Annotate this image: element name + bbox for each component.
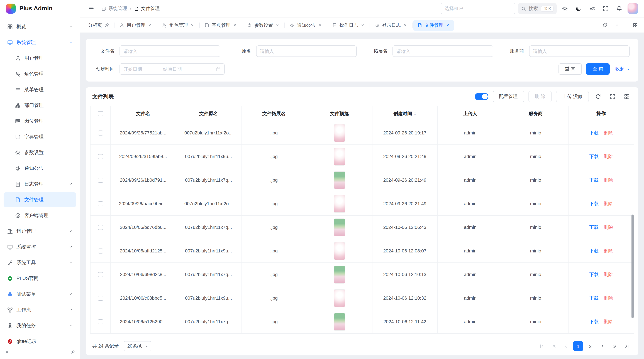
provider-input[interactable] (529, 45, 630, 57)
sidebar-item-tenant-management[interactable]: 租户管理 (4, 224, 76, 239)
sidebar-item-log-management[interactable]: 日志管理 (4, 177, 76, 191)
delete-link[interactable]: 删除 (604, 272, 613, 277)
start-date-input[interactable] (124, 66, 154, 72)
tab-dict-management[interactable]: 字典管理 (200, 20, 241, 30)
download-link[interactable]: 下载 (589, 272, 598, 277)
row-checkbox[interactable] (98, 249, 103, 254)
select-all-checkbox[interactable] (98, 111, 103, 116)
delete-link[interactable]: 删除 (604, 224, 613, 230)
tab-user-management[interactable]: 用户管理 (115, 20, 156, 30)
notifications-button[interactable] (614, 3, 625, 14)
sidebar-item-system-management[interactable]: 系统管理 (4, 35, 76, 50)
collapse-filters-link[interactable]: 收起 (616, 66, 630, 72)
sidebar-item-test-menu[interactable]: 测试菜单 (4, 287, 76, 302)
language-button[interactable] (587, 3, 598, 14)
col-create-time[interactable]: 创建时间▲▼ (372, 106, 438, 121)
dark-mode-button[interactable] (573, 3, 584, 14)
download-link[interactable]: 下载 (589, 154, 598, 159)
forward-5-pages-button[interactable] (610, 341, 620, 351)
page-1-button[interactable]: 1 (573, 341, 583, 351)
tenant-select[interactable]: 选择租户 (440, 3, 515, 14)
search-button[interactable]: 查 询 (586, 63, 610, 75)
sidebar-item-dict-management[interactable]: 字典管理 (4, 129, 76, 144)
sidebar-item-user-management[interactable]: 用户管理 (4, 51, 76, 65)
tab-analysis[interactable]: 分析页 (84, 20, 114, 30)
sidebar-pin-button[interactable] (71, 350, 75, 354)
reset-button[interactable]: 重 置 (558, 63, 582, 75)
back-5-pages-button[interactable] (549, 341, 559, 351)
upload-button[interactable]: 上传 没做 (556, 91, 589, 102)
delete-link[interactable]: 删除 (604, 319, 613, 324)
file-preview-image[interactable] (334, 313, 345, 331)
download-link[interactable]: 下载 (589, 177, 598, 183)
close-icon[interactable] (403, 23, 407, 27)
tab-role-management[interactable]: 角色管理 (158, 20, 198, 30)
original-name-input[interactable] (256, 45, 357, 57)
file-preview-image[interactable] (334, 242, 345, 260)
page-size-select[interactable]: 20条/页 ▾ (124, 341, 151, 351)
download-link[interactable]: 下载 (589, 201, 598, 206)
close-icon[interactable] (361, 23, 364, 27)
sidebar-item-department-management[interactable]: 部门管理 (4, 98, 76, 113)
delete-link[interactable]: 删除 (604, 177, 613, 183)
sidebar-item-gitee-record[interactable]: gitee记录 (4, 334, 76, 345)
file-preview-image[interactable] (334, 124, 345, 142)
tab-operation-log[interactable]: 操作日志 (328, 20, 369, 30)
row-checkbox[interactable] (98, 272, 103, 277)
settings-button[interactable] (560, 3, 570, 14)
sidebar-collapse-button[interactable] (5, 350, 9, 354)
end-date-input[interactable] (163, 66, 193, 72)
first-page-button[interactable] (537, 341, 547, 351)
sidebar-item-post-management[interactable]: 岗位管理 (4, 114, 76, 128)
row-checkbox[interactable] (98, 320, 103, 325)
tab-param-settings[interactable]: 参数设置 (243, 20, 284, 30)
file-preview-image[interactable] (334, 289, 345, 307)
sidebar-item-overview[interactable]: 概览 (4, 19, 76, 34)
global-search[interactable]: 搜索 ⌘ K (518, 3, 557, 14)
close-icon[interactable] (446, 23, 450, 27)
prev-page-button[interactable] (561, 341, 571, 351)
sidebar-item-system-monitor[interactable]: 系统监控 (4, 240, 76, 254)
row-checkbox[interactable] (98, 202, 103, 207)
table-scrollbar[interactable] (632, 214, 634, 318)
delete-link[interactable]: 删除 (604, 248, 613, 253)
refresh-list-button[interactable] (593, 91, 603, 101)
page-2-button[interactable]: 2 (585, 341, 595, 351)
tab-menu-button[interactable] (612, 20, 622, 30)
sidebar-item-param-settings[interactable]: 参数设置 (4, 145, 76, 160)
row-checkbox[interactable] (98, 131, 103, 136)
row-checkbox[interactable] (98, 296, 103, 301)
file-preview-image[interactable] (334, 147, 345, 165)
file-preview-image[interactable] (334, 195, 345, 213)
config-management-button[interactable]: 配置管理 (493, 91, 524, 102)
sidebar-item-workflow[interactable]: 工作流 (4, 303, 76, 317)
sidebar-item-system-tools[interactable]: 系统工具 (4, 255, 76, 270)
sidebar-item-file-management[interactable]: 文件管理 (4, 192, 76, 207)
layout-button[interactable] (630, 20, 640, 30)
row-checkbox[interactable] (98, 178, 103, 183)
file-preview-image[interactable] (334, 266, 345, 283)
breadcrumb-file-management[interactable]: 文件管理 (134, 5, 160, 12)
fullscreen-button[interactable] (600, 3, 611, 14)
sidebar-item-role-management[interactable]: 角色管理 (4, 66, 76, 81)
pin-icon[interactable] (104, 23, 109, 27)
sidebar-item-plus-website[interactable]: PLUS官网 (4, 271, 76, 286)
close-icon[interactable] (190, 23, 194, 27)
tab-login-log[interactable]: 登录日志 (371, 20, 412, 30)
sidebar-item-my-tasks[interactable]: 我的任务 (4, 318, 76, 333)
sidebar-toggle-button[interactable] (86, 3, 96, 14)
delete-button[interactable]: 删 除 (528, 91, 552, 102)
breadcrumb-system-management[interactable]: 系统管理 (102, 5, 127, 12)
row-checkbox[interactable] (98, 154, 103, 159)
tab-file-management[interactable]: 文件管理 (413, 20, 454, 30)
file-preview-image[interactable] (334, 218, 345, 236)
download-link[interactable]: 下载 (589, 224, 598, 230)
close-icon[interactable] (148, 23, 152, 27)
avatar[interactable] (628, 3, 638, 14)
delete-link[interactable]: 删除 (604, 201, 613, 206)
file-name-input[interactable] (120, 45, 220, 57)
border-toggle[interactable] (475, 93, 488, 100)
download-link[interactable]: 下载 (589, 130, 598, 135)
sidebar-item-notice[interactable]: 通知公告 (4, 161, 76, 176)
download-link[interactable]: 下载 (589, 319, 598, 324)
